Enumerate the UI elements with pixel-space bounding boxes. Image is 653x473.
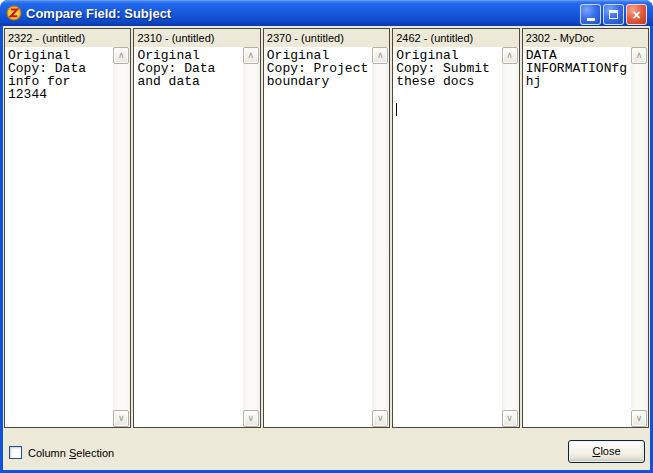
chevron-up-icon: ∧ [377,50,384,60]
caption-buttons: × [580,4,647,25]
compare-columns: 2322 - (untitled) Original Copy: Data in… [4,28,649,428]
column-textarea[interactable]: DATA INFORMATIONfg hj ∧ ∨ [523,47,648,427]
compare-column-2370: 2370 - (untitled) Original Copy: Project… [263,28,390,428]
maximize-icon [609,10,618,19]
close-button[interactable]: Close [568,440,645,463]
scroll-up-button[interactable]: ∧ [243,47,259,64]
scroll-down-button[interactable]: ∨ [113,410,129,427]
close-icon: × [632,8,640,22]
column-header: 2302 - MyDoc [523,29,648,47]
column-selection-option[interactable]: Column Selection [9,446,114,459]
chevron-down-icon: ∨ [377,413,384,423]
column-header: 2310 - (untitled) [134,29,259,47]
vertical-scrollbar[interactable]: ∧ ∨ [243,47,260,427]
column-text: DATA INFORMATIONfg hj [526,49,629,427]
dialog-client-area: 2322 - (untitled) Original Copy: Data in… [3,26,650,470]
chevron-up-icon: ∧ [506,50,513,60]
column-textarea[interactable]: Original Copy: Submit these docs ∧ ∨ [393,47,518,427]
column-text: Original Copy: Submit these docs [396,49,499,427]
scroll-down-button[interactable]: ∨ [502,410,518,427]
column-header: 2322 - (untitled) [5,29,130,47]
app-logo-icon[interactable] [6,5,22,21]
chevron-up-icon: ∧ [118,50,125,60]
chevron-down-icon: ∨ [636,413,643,423]
scroll-down-button[interactable]: ∨ [631,410,647,427]
text-caret [396,103,397,116]
scroll-up-button[interactable]: ∧ [113,47,129,64]
column-textarea[interactable]: Original Copy: Data info for 12344 ∧ ∨ [5,47,130,427]
scroll-down-button[interactable]: ∨ [243,410,259,427]
compare-column-2310: 2310 - (untitled) Original Copy: Data an… [133,28,260,428]
title-bar[interactable]: Compare Field: Subject × [0,0,653,26]
column-selection-label: Column Selection [28,447,114,459]
compare-column-2462: 2462 - (untitled) Original Copy: Submit … [392,28,519,428]
scroll-up-button[interactable]: ∧ [631,47,647,64]
scroll-down-button[interactable]: ∨ [372,410,388,427]
vertical-scrollbar[interactable]: ∧ ∨ [113,47,130,427]
column-selection-checkbox[interactable] [9,446,22,459]
chevron-up-icon: ∧ [248,50,255,60]
dialog-window: Compare Field: Subject × 2322 - (untitle… [0,0,653,473]
scroll-up-button[interactable]: ∧ [502,47,518,64]
column-header: 2462 - (untitled) [393,29,518,47]
vertical-scrollbar[interactable]: ∧ ∨ [372,47,389,427]
vertical-scrollbar[interactable]: ∧ ∨ [502,47,519,427]
minimize-button[interactable] [580,4,601,25]
column-header: 2370 - (untitled) [264,29,389,47]
column-textarea[interactable]: Original Copy: Data and data ∧ ∨ [134,47,259,427]
compare-column-2302: 2302 - MyDoc DATA INFORMATIONfg hj ∧ ∨ [522,28,649,428]
column-text: Original Copy: Data info for 12344 [8,49,111,427]
column-textarea[interactable]: Original Copy: Project boundary ∧ ∨ [264,47,389,427]
maximize-button[interactable] [603,4,624,25]
column-text: Original Copy: Project boundary [267,49,370,427]
compare-column-2322: 2322 - (untitled) Original Copy: Data in… [4,28,131,428]
scroll-up-button[interactable]: ∧ [372,47,388,64]
chevron-up-icon: ∧ [636,50,643,60]
vertical-scrollbar[interactable]: ∧ ∨ [631,47,648,427]
column-text: Original Copy: Data and data [137,49,240,427]
chevron-down-icon: ∨ [506,413,513,423]
chevron-down-icon: ∨ [118,413,125,423]
chevron-down-icon: ∨ [248,413,255,423]
minimize-icon [587,18,595,21]
window-title: Compare Field: Subject [26,6,171,21]
close-window-button[interactable]: × [626,4,647,25]
